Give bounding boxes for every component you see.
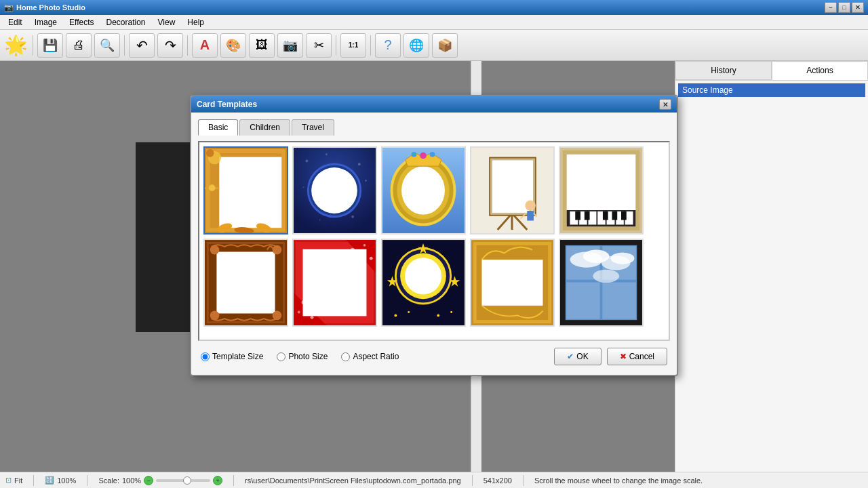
menu-decoration[interactable]: Decoration (101, 16, 151, 28)
svg-rect-98 (560, 320, 642, 325)
svg-point-77 (405, 258, 441, 294)
radio-template-size-input[interactable] (201, 352, 210, 361)
toolbar-redo-btn[interactable]: ↷ (157, 33, 183, 58)
svg-rect-55 (612, 211, 617, 220)
template-item-10[interactable] (559, 239, 644, 327)
title-bar-left: 📷 Home Photo Studio (4, 3, 85, 12)
ok-button[interactable]: ✔ OK (554, 348, 601, 365)
svg-point-68 (363, 244, 366, 247)
toolbar-package-btn[interactable]: 📦 (432, 33, 458, 58)
svg-rect-73 (303, 249, 367, 317)
svg-rect-38 (527, 211, 534, 221)
template-item-1[interactable] (203, 146, 288, 235)
toolbar-globe-btn[interactable]: 🌐 (403, 33, 429, 58)
toolbar-sep-3 (187, 35, 188, 56)
toolbar-sep-4 (336, 35, 336, 56)
template-item-4[interactable] (470, 146, 555, 235)
minimize-button[interactable]: − (825, 2, 837, 13)
dialog-tab-travel[interactable]: Travel (292, 119, 334, 136)
tab-history[interactable]: History (675, 61, 772, 80)
zoom-minus-btn[interactable]: − (144, 476, 153, 485)
source-image-item[interactable]: Source Image (678, 83, 865, 97)
menu-view[interactable]: View (153, 16, 181, 28)
title-bar-controls: − □ ✕ (825, 2, 864, 13)
zoom-thumb[interactable] (183, 476, 191, 485)
toolbar-print-btn[interactable]: 🖨 (66, 33, 92, 58)
status-zoom: 🔠 100% (45, 476, 76, 485)
toolbar-actual-size-btn[interactable]: 1:1 (340, 33, 366, 58)
ok-label: OK (576, 352, 588, 361)
cancel-button[interactable]: ✖ Cancel (607, 348, 667, 365)
menu-effects[interactable]: Effects (64, 16, 99, 28)
dialog-tabs: Basic Children Travel (198, 119, 670, 136)
svg-point-21 (311, 167, 357, 214)
toolbar-crop-btn[interactable]: ✂ (306, 33, 332, 58)
template-item-3[interactable] (381, 146, 466, 235)
template-item-5[interactable] (559, 146, 644, 235)
template-item-7[interactable] (292, 239, 377, 327)
zoom-icon: 🔠 (45, 476, 54, 485)
template-preview-3 (382, 148, 465, 233)
svg-rect-100 (637, 240, 642, 325)
template-preview-2 (294, 148, 376, 233)
status-filepath: rs\user\Documents\PrintScreen Files\upto… (245, 476, 461, 485)
app-icon: 📷 (4, 3, 14, 12)
maximize-button[interactable]: □ (838, 2, 850, 13)
svg-rect-102 (603, 247, 635, 279)
svg-rect-54 (603, 211, 608, 220)
svg-point-7 (209, 184, 216, 191)
dimensions-value: 541x200 (484, 476, 512, 485)
template-preview-7 (294, 240, 376, 325)
template-item-2[interactable] (292, 146, 377, 235)
menu-help[interactable]: Help (182, 16, 210, 28)
template-item-9[interactable] (470, 239, 555, 327)
status-bar: ⊡ Fit 🔠 100% Scale: 100% − + rs\user\Doc… (0, 472, 868, 488)
toolbar-save-btn[interactable]: 💾 (37, 33, 63, 58)
svg-rect-103 (567, 283, 599, 319)
panel-tabs: History Actions (675, 61, 868, 81)
template-preview-8 (382, 240, 465, 325)
template-item-6[interactable] (203, 239, 288, 327)
tab-actions[interactable]: Actions (772, 61, 868, 80)
template-item-8[interactable] (381, 239, 466, 327)
menu-image[interactable]: Image (29, 16, 62, 28)
toolbar-paint-btn[interactable]: 🎨 (220, 33, 246, 58)
svg-rect-60 (216, 252, 275, 314)
toolbar-help-btn[interactable]: ? (375, 33, 401, 58)
radio-aspect-ratio-input[interactable] (341, 352, 350, 361)
svg-point-63 (210, 311, 220, 321)
svg-point-29 (412, 152, 417, 157)
scale-label: Scale: (98, 476, 119, 485)
svg-rect-101 (567, 247, 599, 279)
toolbar-zoom-btn[interactable]: 🔍 (94, 33, 120, 58)
status-sep-3 (233, 475, 234, 486)
dialog-close-btn[interactable]: ✕ (659, 99, 671, 110)
dialog-title: Card Templates (197, 100, 257, 109)
app-title: Home Photo Studio (16, 3, 85, 12)
svg-point-37 (525, 201, 535, 211)
radio-photo-size-input[interactable] (277, 352, 285, 361)
menu-edit[interactable]: Edit (3, 16, 28, 28)
dialog-tab-basic[interactable]: Basic (198, 119, 238, 136)
zoom-plus-btn[interactable]: + (213, 476, 222, 485)
toolbar-text-btn[interactable]: A (192, 33, 218, 58)
svg-rect-89 (481, 260, 542, 306)
svg-point-83 (408, 311, 410, 313)
toolbar-undo-btn[interactable]: ↶ (129, 33, 155, 58)
svg-point-62 (273, 245, 282, 255)
svg-point-26 (401, 166, 445, 215)
svg-rect-53 (585, 211, 590, 220)
file-path: rs\user\Documents\PrintScreen Files\upto… (245, 476, 461, 485)
template-preview-9 (471, 240, 553, 325)
svg-point-82 (394, 314, 397, 317)
close-button[interactable]: ✕ (852, 2, 864, 13)
radio-aspect-ratio: Aspect Ratio (341, 352, 399, 361)
dialog-titlebar: Card Templates ✕ (191, 96, 677, 113)
zoom-track[interactable] (156, 479, 210, 482)
dialog-tab-children[interactable]: Children (239, 119, 290, 136)
status-scale: Scale: 100% − + (98, 476, 222, 485)
svg-point-71 (298, 311, 300, 314)
toolbar-image-btn[interactable]: 🖼 (249, 33, 275, 58)
svg-rect-52 (575, 211, 580, 220)
toolbar-photo-btn[interactable]: 📷 (277, 33, 303, 58)
